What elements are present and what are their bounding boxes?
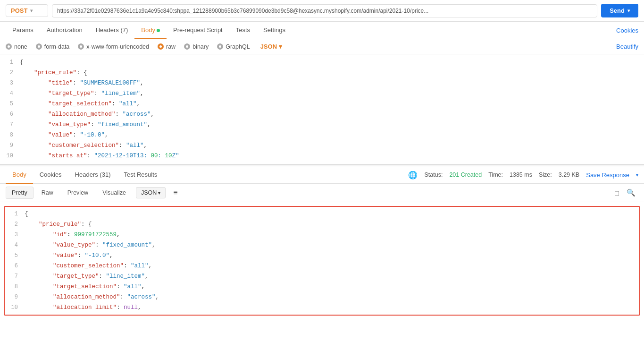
method-select[interactable]: POST ▾: [6, 4, 48, 17]
request-tabs: Params Authorization Headers (7) Body Pr…: [0, 22, 644, 39]
line-number: 9: [0, 141, 20, 150]
line-content: "value": "-10.0",: [25, 251, 639, 260]
line-content: "target_type": "line_item",: [25, 272, 639, 281]
line-number: 2: [5, 220, 25, 229]
response-code-editor[interactable]: 1{2 "price_rule": {3 "id": 999791722559,…: [4, 206, 640, 316]
line-content: "price_rule": {: [25, 220, 639, 229]
view-visualize-button[interactable]: Visualize: [96, 187, 132, 199]
request-code-editor[interactable]: 1{2 "price_rule": {3 "title": "SUMMERSAL…: [0, 54, 644, 164]
body-type-formdata[interactable]: form-data: [36, 43, 70, 50]
line-number: 3: [5, 230, 25, 240]
line-number: 8: [0, 130, 20, 140]
body-type-graphql-label: GraphQL: [226, 43, 250, 50]
body-type-urlencoded-label: x-www-form-urlencoded: [86, 43, 149, 50]
method-chevron-icon: ▾: [30, 8, 33, 13]
body-type-urlencoded[interactable]: x-www-form-urlencoded: [78, 43, 149, 50]
tab-body[interactable]: Body: [134, 22, 167, 39]
body-type-bar: none form-data x-www-form-urlencoded raw…: [0, 39, 644, 54]
top-bar: POST ▾ https://33a72f01e02987636e1c1a9a4…: [0, 0, 644, 22]
response-view-bar: Pretty Raw Preview Visualize JSON ▾ ≡ □ …: [0, 184, 644, 202]
line-number: 6: [0, 110, 20, 119]
json-format-dropdown[interactable]: JSON ▾: [260, 43, 282, 50]
radio-urlencoded-icon: [78, 43, 84, 50]
send-button[interactable]: Send ▾: [601, 4, 638, 17]
tab-authorization[interactable]: Authorization: [40, 22, 89, 39]
line-number: 4: [5, 240, 25, 250]
line-number: 5: [5, 251, 25, 260]
view-pretty-button[interactable]: Pretty: [6, 187, 33, 199]
line-content: "value": "-10.0",: [20, 130, 644, 140]
body-type-raw[interactable]: raw: [158, 43, 176, 50]
line-number: 4: [0, 89, 20, 98]
resp-tab-headers[interactable]: Headers (31): [68, 166, 117, 184]
resp-json-dropdown[interactable]: JSON ▾: [136, 187, 166, 198]
line-number: 5: [0, 99, 20, 109]
code-line: 6 "customer_selection": "all",: [5, 261, 639, 271]
tab-settings[interactable]: Settings: [257, 22, 292, 39]
save-response-button[interactable]: Save Response: [586, 171, 629, 179]
url-input[interactable]: https://33a72f01e02987636e1c1a9a4e95c840…: [52, 4, 597, 17]
code-line: 4 "target_type": "line_item",: [0, 88, 644, 99]
code-line: 6 "allocation_method": "across",: [0, 109, 644, 120]
line-content: "value_type": "fixed_amount",: [20, 120, 644, 129]
code-line: 3 "title": "SUMMERSALE100FF",: [0, 78, 644, 88]
line-number: 8: [5, 282, 25, 291]
line-number: 1: [5, 209, 25, 219]
code-line: 1{: [5, 209, 639, 219]
method-label: POST: [11, 7, 27, 14]
cookies-link[interactable]: Cookies: [616, 27, 638, 34]
code-line: 2 "price_rule": {: [0, 68, 644, 78]
tab-params[interactable]: Params: [6, 22, 40, 39]
radio-binary-icon: [184, 43, 190, 50]
code-line: 5 "value": "-10.0",: [5, 250, 639, 261]
code-line: 10 "starts_at": "2021-12-10T13: 00: 10Z": [0, 151, 644, 161]
tab-headers[interactable]: Headers (7): [89, 22, 135, 39]
body-type-graphql[interactable]: GraphQL: [217, 43, 250, 50]
line-content: "target_type": "line_item",: [20, 89, 644, 98]
view-raw-button[interactable]: Raw: [35, 187, 59, 199]
line-content: "target_selection": "all",: [20, 99, 644, 109]
code-line: 1{: [0, 57, 644, 68]
resp-tab-test-results[interactable]: Test Results: [117, 166, 164, 184]
send-label: Send: [610, 7, 625, 14]
copy-button[interactable]: □: [612, 187, 622, 199]
body-type-formdata-label: form-data: [44, 43, 70, 50]
tab-tests[interactable]: Tests: [229, 22, 257, 39]
line-number: 3: [0, 78, 20, 88]
code-line: 2 "price_rule": {: [5, 219, 639, 230]
line-content: "customer_selection": "all",: [25, 261, 639, 271]
line-number: 2: [0, 68, 20, 77]
json-format-label: JSON: [260, 43, 277, 50]
code-line: 10 "allocation limit": null,: [5, 302, 639, 313]
code-line: 9 "customer_selection": "all",: [0, 140, 644, 151]
status-label: Status:: [424, 171, 443, 178]
line-number: 7: [5, 272, 25, 281]
line-content: "value_type": "fixed_amount",: [25, 240, 639, 250]
filter-icon[interactable]: ≡: [171, 187, 179, 199]
code-line: 4 "value_type": "fixed_amount",: [5, 240, 639, 250]
resp-tab-cookies[interactable]: Cookies: [33, 166, 68, 184]
search-button[interactable]: 🔍: [624, 187, 638, 199]
body-type-binary[interactable]: binary: [184, 43, 209, 50]
beautify-button[interactable]: Beautify: [616, 43, 638, 50]
resp-tab-body[interactable]: Body: [6, 166, 33, 184]
body-type-none[interactable]: none: [6, 43, 27, 50]
line-number: 7: [0, 120, 20, 129]
line-number: 1: [0, 58, 20, 67]
radio-formdata-icon: [36, 43, 42, 50]
line-number: 6: [5, 261, 25, 271]
line-content: "title": "SUMMERSALE100FF",: [20, 78, 644, 88]
line-number: 10: [0, 151, 20, 161]
view-preview-button[interactable]: Preview: [61, 187, 94, 199]
status-value: 201 Created: [449, 171, 482, 178]
response-code-wrapper: 1{2 "price_rule": {3 "id": 999791722559,…: [0, 202, 644, 319]
body-type-none-label: none: [14, 43, 27, 50]
size-value: 3.29 KB: [559, 171, 579, 178]
line-number: 10: [5, 303, 25, 312]
tab-prerequest[interactable]: Pre-request Script: [167, 22, 229, 39]
code-line: 5 "target_selection": "all",: [0, 99, 644, 109]
line-content: "price_rule": {: [20, 68, 644, 77]
time-value: 1385 ms: [510, 171, 532, 178]
body-type-binary-label: binary: [192, 43, 209, 50]
line-content: {: [25, 209, 639, 219]
